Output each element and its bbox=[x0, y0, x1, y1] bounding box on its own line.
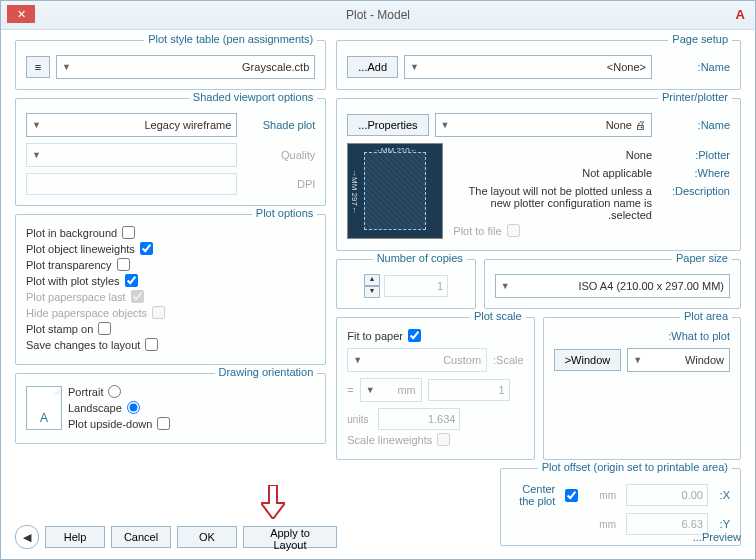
step-down-icon[interactable]: ▼ bbox=[364, 286, 380, 298]
scale-label: Scale: bbox=[493, 354, 524, 366]
center-plot-label: Center the plot bbox=[511, 483, 555, 507]
hide-paperspace-label: Hide paperspace objects bbox=[26, 307, 147, 319]
plot-scale-section: Plot scale Fit to paper Scale: Custom ▼ … bbox=[336, 317, 534, 460]
plot-stamp-label: Plot stamp on bbox=[26, 323, 93, 335]
plot-offset-title: Plot offset (origin set to printable are… bbox=[538, 461, 732, 473]
page-orientation-icon: A bbox=[26, 386, 62, 430]
plot-scale-title: Plot scale bbox=[470, 310, 526, 322]
page-setup-name-select[interactable]: <None> ▼ bbox=[404, 55, 652, 79]
scale-mm-input bbox=[428, 379, 510, 401]
landscape-radio[interactable] bbox=[127, 401, 140, 414]
plot-transparency-label: Plot transparency bbox=[26, 259, 112, 271]
paper-size-value: ISO A4 (210.00 x 297.00 MM) bbox=[578, 280, 724, 292]
plotter-label: Plotter: bbox=[658, 149, 730, 161]
offset-x-label: X: bbox=[714, 489, 730, 501]
upside-checkbox[interactable] bbox=[157, 417, 170, 430]
plot-transparency-checkbox[interactable] bbox=[117, 258, 130, 271]
chevron-left-icon: ◀ bbox=[23, 531, 31, 544]
plot-style-section: Plot style table (pen assignments) Grays… bbox=[15, 40, 326, 90]
quality-label: Quality bbox=[243, 149, 315, 161]
expand-button[interactable]: ◀ bbox=[15, 525, 39, 549]
paper-preview: ←210 MM→ ←297 MM→ bbox=[347, 143, 443, 239]
cancel-button[interactable]: Cancel bbox=[111, 526, 171, 548]
plot-style-value: Grayscale.ctb bbox=[242, 61, 309, 73]
what-to-plot-value: Window bbox=[685, 354, 724, 366]
chevron-down-icon: ▼ bbox=[353, 355, 362, 365]
save-changes-checkbox[interactable] bbox=[145, 338, 158, 351]
scale-unit-select: mm▼ bbox=[360, 378, 422, 402]
scale-lineweights-label: Scale lineweights bbox=[347, 434, 432, 446]
plot-lineweights-label: Plot object lineweights bbox=[26, 243, 135, 255]
plot-options-section: Plot options Plot in background Plot obj… bbox=[15, 214, 326, 365]
printer-name-value: 🖨 None bbox=[606, 119, 646, 131]
plot-to-file-checkbox bbox=[507, 224, 520, 237]
landscape-label: Landscape bbox=[68, 402, 122, 414]
portrait-radio[interactable] bbox=[108, 385, 121, 398]
center-plot-checkbox[interactable] bbox=[565, 489, 578, 502]
what-to-plot-select[interactable]: Window ▼ bbox=[627, 348, 730, 372]
desc-label: Description: bbox=[658, 185, 730, 197]
paper-size-title: Paper size bbox=[672, 252, 732, 264]
scale-units-label: units bbox=[347, 414, 372, 425]
shade-plot-select[interactable]: Legacy wireframe ▼ bbox=[26, 113, 237, 137]
plot-background-label: Plot in background bbox=[26, 227, 117, 239]
paper-size-select[interactable]: ISO A4 (210.00 x 297.00 MM) ▼ bbox=[495, 274, 730, 298]
chevron-down-icon: ▼ bbox=[441, 120, 450, 130]
titlebar: A Plot - Model ✕ bbox=[1, 1, 755, 30]
dpi-label: DPI bbox=[243, 178, 315, 190]
plot-area-title: Plot area bbox=[680, 310, 732, 322]
copies-stepper[interactable]: ▲▼ bbox=[364, 274, 380, 298]
what-to-plot-label: What to plot: bbox=[554, 330, 730, 342]
scale-lineweights-checkbox bbox=[437, 433, 450, 446]
shade-plot-value: Legacy wireframe bbox=[144, 119, 231, 131]
plot-area-section: Plot area What to plot: Window ▼ Window< bbox=[543, 317, 741, 460]
plot-style-select[interactable]: Grayscale.ctb ▼ bbox=[56, 55, 315, 79]
help-button[interactable]: Help bbox=[45, 526, 105, 548]
desc-value: The layout will not be plotted unless a … bbox=[453, 185, 652, 221]
properties-button[interactable]: Properties... bbox=[347, 114, 428, 136]
portrait-label: Portrait bbox=[68, 386, 103, 398]
close-button[interactable]: ✕ bbox=[7, 5, 35, 23]
printer-name-label: Name: bbox=[658, 119, 730, 131]
app-icon: A bbox=[736, 7, 745, 22]
offset-x-unit: mm bbox=[599, 490, 620, 501]
preview-height-label: ←297 MM→ bbox=[350, 144, 359, 238]
chevron-down-icon: ▼ bbox=[410, 62, 419, 72]
plot-style-edit-button[interactable]: ≡ bbox=[26, 56, 50, 78]
orientation-section: Drawing orientation Portrait Landscape P… bbox=[15, 373, 326, 444]
window-pick-button[interactable]: Window< bbox=[554, 349, 622, 371]
hide-paperspace-checkbox bbox=[152, 306, 165, 319]
plot-to-file-label: Plot to file bbox=[453, 225, 501, 237]
page-setup-name-label: Name: bbox=[658, 61, 730, 73]
fit-to-paper-checkbox[interactable] bbox=[408, 329, 421, 342]
plot-styles-checkbox[interactable] bbox=[125, 274, 138, 287]
fit-to-paper-label: Fit to paper bbox=[347, 330, 403, 342]
save-changes-label: Save changes to layout bbox=[26, 339, 140, 351]
page-setup-name-value: <None> bbox=[607, 61, 646, 73]
copies-title: Number of copies bbox=[373, 252, 467, 264]
paper-size-section: Paper size ISO A4 (210.00 x 297.00 MM) ▼ bbox=[484, 259, 741, 309]
plot-styles-label: Plot with plot styles bbox=[26, 275, 120, 287]
ok-button[interactable]: OK bbox=[177, 526, 237, 548]
plot-lineweights-checkbox[interactable] bbox=[140, 242, 153, 255]
chevron-down-icon: ▼ bbox=[32, 120, 41, 130]
printer-section: Printer/plotter Name: 🖨 None ▼ Propertie… bbox=[336, 98, 741, 251]
paperspace-last-label: Plot paperspace last bbox=[26, 291, 126, 303]
window-title: Plot - Model bbox=[346, 8, 410, 22]
printer-name-select[interactable]: 🖨 None ▼ bbox=[435, 113, 652, 137]
scale-select: Custom ▼ bbox=[347, 348, 487, 372]
page-setup-title: Page setup bbox=[668, 33, 732, 45]
add-button[interactable]: Add... bbox=[347, 56, 398, 78]
shaded-title: Shaded viewport options bbox=[189, 91, 317, 103]
plotter-value: None bbox=[626, 149, 652, 161]
step-up-icon[interactable]: ▲ bbox=[364, 274, 380, 286]
copies-input bbox=[384, 275, 448, 297]
plot-stamp-checkbox[interactable] bbox=[98, 322, 111, 335]
scale-value: Custom bbox=[443, 354, 481, 366]
preview-link[interactable]: Preview... bbox=[693, 531, 741, 543]
orientation-title: Drawing orientation bbox=[215, 366, 318, 378]
where-value: Not applicable bbox=[582, 167, 652, 179]
chevron-down-icon: ▼ bbox=[62, 62, 71, 72]
plot-background-checkbox[interactable] bbox=[122, 226, 135, 239]
apply-to-layout-button[interactable]: Apply to Layout bbox=[243, 526, 337, 548]
